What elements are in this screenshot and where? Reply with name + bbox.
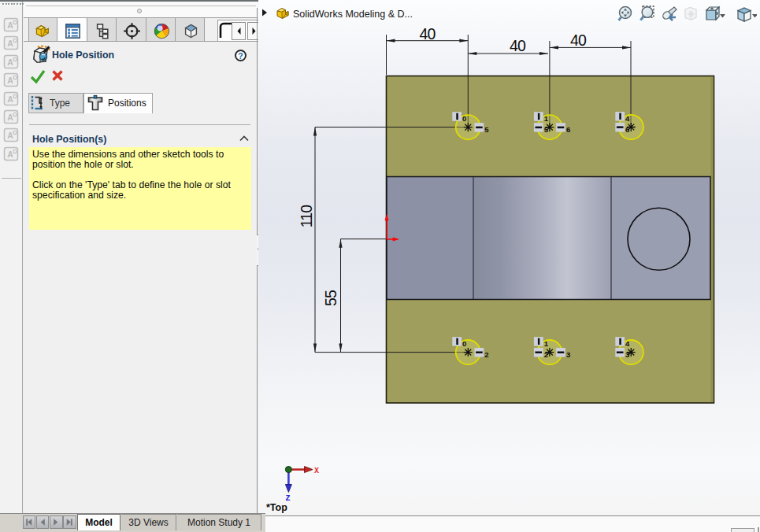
svg-text:3: 3 [566, 350, 570, 359]
svg-text:X: X [314, 467, 319, 475]
svg-text:A: A [7, 76, 13, 85]
svg-text:A: A [7, 20, 13, 30]
svg-text:0: 0 [462, 339, 466, 348]
svg-text:5: 5 [484, 125, 489, 134]
svg-text:2: 2 [484, 350, 488, 359]
svg-text:2: 2 [544, 350, 548, 359]
svg-text:110: 110 [298, 205, 315, 228]
svg-text:4: 4 [625, 114, 630, 123]
svg-text:*Top: *Top [266, 502, 287, 513]
svg-text:A: A [7, 113, 13, 122]
svg-text:3: 3 [625, 350, 629, 359]
svg-text:4: 4 [625, 339, 630, 348]
svg-text:A: A [7, 131, 13, 140]
svg-text:A: A [7, 39, 13, 48]
svg-text:6: 6 [566, 125, 570, 134]
svg-text:40: 40 [419, 25, 436, 42]
svg-text:A: A [7, 57, 13, 67]
svg-text:40: 40 [510, 37, 526, 54]
svg-text:A: A [7, 150, 13, 159]
svg-text:55: 55 [322, 290, 339, 306]
svg-text:1: 1 [544, 339, 549, 348]
svg-text:1: 1 [544, 114, 549, 123]
svg-text:0: 0 [462, 114, 466, 123]
svg-text:5: 5 [544, 125, 549, 134]
svg-text:6: 6 [625, 125, 629, 134]
svg-text:40: 40 [570, 31, 587, 49]
svg-text:A: A [7, 94, 13, 104]
